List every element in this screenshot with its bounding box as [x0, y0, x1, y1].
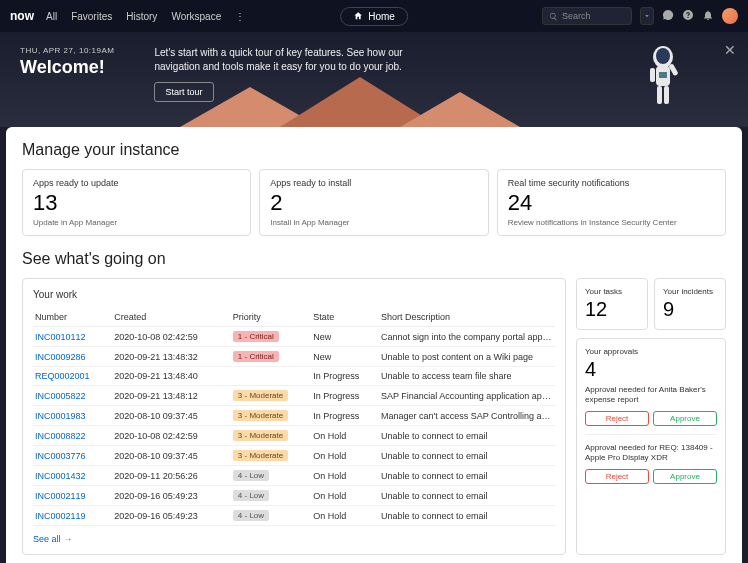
nav-workspace[interactable]: Workspace — [171, 11, 221, 22]
cell-desc: Unable to connect to email — [379, 486, 555, 506]
col-desc[interactable]: Short Description — [379, 308, 555, 327]
cell-created: 2020-09-16 05:49:23 — [112, 486, 231, 506]
avatar[interactable] — [722, 8, 738, 24]
card-num: 2 — [270, 190, 477, 216]
cell-priority: 1 - Critical — [231, 347, 311, 367]
work-title: Your work — [33, 289, 555, 300]
approval-item: Approval needed for REQ: 138409 - Apple … — [585, 434, 717, 484]
cell-state: New — [311, 347, 379, 367]
home-icon — [353, 11, 363, 21]
work-panel: Your work Number Created Priority State … — [22, 278, 566, 555]
approve-button[interactable]: Approve — [653, 469, 717, 484]
ticket-link[interactable]: INC0010112 — [33, 327, 112, 347]
table-row[interactable]: INC0003776 2020-08-10 09:37:45 3 - Moder… — [33, 446, 555, 466]
ticket-link[interactable]: INC0001432 — [33, 466, 112, 486]
cell-desc: Unable to access team file share — [379, 367, 555, 386]
priority-badge: 3 - Moderate — [233, 430, 288, 441]
home-label: Home — [368, 11, 395, 22]
card-apps-update[interactable]: Apps ready to update 13 Update in App Ma… — [22, 169, 251, 236]
cell-priority: 1 - Critical — [231, 327, 311, 347]
stat-tasks[interactable]: Your tasks 12 — [576, 278, 648, 330]
table-row[interactable]: INC0009286 2020-09-21 13:48:32 1 - Criti… — [33, 347, 555, 367]
table-row[interactable]: INC0005822 2020-09-21 13:48:12 3 - Moder… — [33, 386, 555, 406]
cell-desc: Unable to connect to email — [379, 466, 555, 486]
cell-created: 2020-09-21 13:48:32 — [112, 347, 231, 367]
cell-created: 2020-08-10 09:37:45 — [112, 406, 231, 426]
approvals-num: 4 — [585, 358, 717, 381]
cell-desc: Manager can't access SAP Controlling app… — [379, 406, 555, 426]
cards-row: Apps ready to update 13 Update in App Ma… — [22, 169, 726, 236]
cell-desc: Unable to connect to email — [379, 446, 555, 466]
cell-priority: 4 - Low — [231, 486, 311, 506]
home-pill[interactable]: Home — [340, 7, 408, 26]
col-priority[interactable]: Priority — [231, 308, 311, 327]
see-all-link[interactable]: See all → — [33, 534, 73, 544]
approve-button[interactable]: Approve — [653, 411, 717, 426]
ticket-link[interactable]: INC0002119 — [33, 506, 112, 526]
reject-button[interactable]: Reject — [585, 469, 649, 484]
chat-icon[interactable] — [662, 9, 674, 23]
cell-state: On Hold — [311, 486, 379, 506]
table-row[interactable]: INC0010112 2020-10-08 02:42:59 1 - Criti… — [33, 327, 555, 347]
cell-desc: Cannot sign into the company portal appl… — [379, 327, 555, 347]
priority-badge: 3 - Moderate — [233, 410, 288, 421]
card-apps-install[interactable]: Apps ready to install 2 Install in App M… — [259, 169, 488, 236]
card-security[interactable]: Real time security notifications 24 Revi… — [497, 169, 726, 236]
ticket-link[interactable]: INC0001983 — [33, 406, 112, 426]
ticket-link[interactable]: INC0008822 — [33, 426, 112, 446]
cell-state: On Hold — [311, 426, 379, 446]
close-icon[interactable]: ✕ — [724, 42, 736, 58]
logo: now — [10, 9, 34, 23]
cell-created: 2020-10-08 02:42:59 — [112, 426, 231, 446]
start-tour-button[interactable]: Start tour — [154, 82, 213, 102]
ticket-link[interactable]: INC0009286 — [33, 347, 112, 367]
approvals-panel: Your approvals 4 Approval needed for Ani… — [576, 338, 726, 555]
search-icon — [549, 12, 558, 21]
bell-icon[interactable] — [702, 9, 714, 23]
cell-state: New — [311, 327, 379, 347]
col-number[interactable]: Number — [33, 308, 112, 327]
reject-button[interactable]: Reject — [585, 411, 649, 426]
hero-text: Let's start with a quick tour of key fea… — [154, 46, 404, 74]
nav-all[interactable]: All — [46, 11, 57, 22]
nav-favorites[interactable]: Favorites — [71, 11, 112, 22]
cell-priority — [231, 367, 311, 386]
approval-item: Approval needed for Anita Baker's expens… — [585, 385, 717, 426]
search-input[interactable]: Search — [542, 7, 632, 25]
cell-state: In Progress — [311, 367, 379, 386]
cell-priority: 3 - Moderate — [231, 426, 311, 446]
cell-created: 2020-09-16 05:49:23 — [112, 506, 231, 526]
card-label: Apps ready to update — [33, 178, 240, 188]
cell-desc: Unable to post content on a Wiki page — [379, 347, 555, 367]
ticket-link[interactable]: INC0005822 — [33, 386, 112, 406]
hero-banner: ✕ THU, APR 27, 10:19AM Welcome! Let's st… — [0, 32, 748, 127]
col-created[interactable]: Created — [112, 308, 231, 327]
stat-label: Your incidents — [663, 287, 717, 296]
cell-priority: 4 - Low — [231, 466, 311, 486]
cell-priority: 3 - Moderate — [231, 446, 311, 466]
table-row[interactable]: REQ0002001 2020-09-21 13:48:40 In Progre… — [33, 367, 555, 386]
help-icon[interactable] — [682, 9, 694, 23]
cell-created: 2020-08-10 09:37:45 — [112, 446, 231, 466]
table-row[interactable]: INC0001432 2020-09-11 20:56:26 4 - Low O… — [33, 466, 555, 486]
table-row[interactable]: INC0002119 2020-09-16 05:49:23 4 - Low O… — [33, 506, 555, 526]
col-state[interactable]: State — [311, 308, 379, 327]
search-dropdown[interactable] — [640, 7, 654, 25]
nav-history[interactable]: History — [126, 11, 157, 22]
cell-created: 2020-09-11 20:56:26 — [112, 466, 231, 486]
cell-state: In Progress — [311, 406, 379, 426]
table-row[interactable]: INC0008822 2020-10-08 02:42:59 3 - Moder… — [33, 426, 555, 446]
table-row[interactable]: INC0001983 2020-08-10 09:37:45 3 - Moder… — [33, 406, 555, 426]
stat-incidents[interactable]: Your incidents 9 — [654, 278, 726, 330]
nav: All Favorites History Workspace ⋮ — [46, 11, 245, 22]
chevron-down-icon — [643, 12, 651, 20]
ticket-link[interactable]: INC0002119 — [33, 486, 112, 506]
ticket-link[interactable]: REQ0002001 — [33, 367, 112, 386]
nav-more[interactable]: ⋮ — [235, 11, 245, 22]
table-row[interactable]: INC0002119 2020-09-16 05:49:23 4 - Low O… — [33, 486, 555, 506]
priority-badge: 1 - Critical — [233, 331, 279, 342]
priority-badge: 4 - Low — [233, 490, 269, 501]
content-row: Your work Number Created Priority State … — [22, 278, 726, 555]
ticket-link[interactable]: INC0003776 — [33, 446, 112, 466]
hero-date: THU, APR 27, 10:19AM — [20, 46, 114, 55]
